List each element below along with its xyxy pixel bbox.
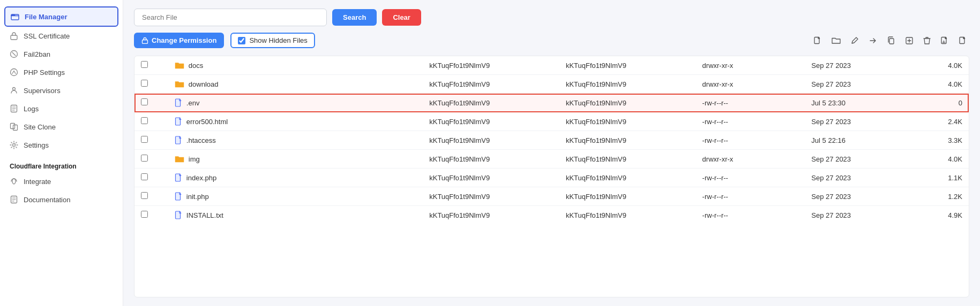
table-row[interactable]: init.php kKTuqFfo1t9NlmV9 kKTuqFfo1t9Nlm… [134, 187, 969, 206]
file-name[interactable]: .env [186, 99, 200, 107]
table-row[interactable]: index.php kKTuqFfo1t9NlmV9 kKTuqFfo1t9Nl… [134, 169, 969, 187]
change-permission-button[interactable]: Change Permission [134, 33, 224, 48]
sidebar-item-file-manager[interactable]: File Manager [4, 6, 118, 27]
file-permissions: drwxr-xr-x [696, 150, 805, 169]
row-checkbox-cell [134, 94, 168, 112]
file-name-cell: .htaccess [168, 131, 423, 150]
sidebar-item-php-label: PHP Settings [24, 68, 65, 76]
file-permissions: -rw-r--r-- [696, 187, 805, 206]
sidebar-item-settings[interactable]: Settings [0, 136, 123, 154]
sidebar-item-integrate[interactable]: Integrate [0, 172, 123, 190]
sidebar-item-supervisors[interactable]: Supervisors [0, 81, 123, 100]
cloudflare-section-label: Cloudflare Integration [0, 157, 123, 172]
file-name-cell: download [168, 75, 423, 94]
action-toolbar: Change Permission Show Hidden Files [134, 33, 969, 48]
sidebar-item-fail2ban-label: Fail2ban [24, 50, 50, 58]
file-date: Sep 27 2023 [805, 187, 914, 206]
svg-rect-1 [11, 35, 17, 40]
sidebar-item-ssl-label: SSL Certificate [24, 32, 70, 40]
move-button[interactable] [866, 34, 879, 47]
svg-rect-25 [960, 37, 964, 43]
delete-button[interactable] [921, 34, 933, 47]
row-checkbox-cell [134, 187, 168, 206]
clear-button[interactable]: Clear [382, 9, 421, 26]
sidebar-item-documentation[interactable]: Documentation [0, 190, 123, 209]
file-size: 1.2K [914, 187, 969, 206]
file-group: kKTuqFfo1t9NlmV9 [559, 131, 696, 150]
file-name[interactable]: index.php [186, 174, 216, 182]
file-owner: kKTuqFfo1t9NlmV9 [423, 169, 559, 187]
search-input[interactable] [134, 9, 327, 26]
copy-button[interactable] [885, 34, 897, 47]
file-name[interactable]: download [189, 80, 219, 88]
file-manager-icon [11, 12, 19, 21]
row-checkbox[interactable] [141, 61, 148, 68]
file-owner: kKTuqFfo1t9NlmV9 [423, 187, 559, 206]
file-date: Sep 27 2023 [805, 206, 914, 225]
file-icon [175, 136, 182, 144]
file-name[interactable]: init.php [186, 193, 209, 201]
file-date: Sep 27 2023 [805, 150, 914, 169]
file-name[interactable]: docs [189, 62, 203, 70]
table-row[interactable]: error500.html kKTuqFfo1t9NlmV9 kKTuqFfo1… [134, 112, 969, 131]
row-checkbox[interactable] [141, 80, 148, 87]
sidebar-item-site-clone[interactable]: Site Clone [0, 118, 123, 136]
row-checkbox[interactable] [141, 173, 148, 180]
sidebar-item-php-settings[interactable]: PHP Settings [0, 63, 123, 81]
row-checkbox-cell [134, 206, 168, 225]
file-size: 4.0K [914, 56, 969, 75]
row-checkbox-cell [134, 112, 168, 131]
table-row[interactable]: .htaccess kKTuqFfo1t9NlmV9 kKTuqFfo1t9Nl… [134, 131, 969, 150]
download-button[interactable] [956, 34, 969, 47]
show-hidden-checkbox[interactable] [238, 37, 245, 44]
file-date: Sep 27 2023 [805, 75, 914, 94]
file-group: kKTuqFfo1t9NlmV9 [559, 206, 696, 225]
row-checkbox-cell [134, 75, 168, 94]
search-toolbar: Search Clear [134, 9, 969, 26]
show-hidden-files-toggle[interactable]: Show Hidden Files [230, 33, 315, 48]
new-file-button[interactable] [811, 34, 824, 47]
table-row[interactable]: img kKTuqFfo1t9NlmV9 kKTuqFfo1t9NlmV9 dr… [134, 150, 969, 169]
sidebar: File Manager SSL Certificate Fail2ban PH… [0, 0, 123, 306]
sidebar-item-fail2ban[interactable]: Fail2ban [0, 45, 123, 63]
new-folder-button[interactable] [829, 34, 843, 47]
lock-icon [141, 37, 148, 44]
settings-icon [10, 141, 18, 149]
sidebar-item-logs[interactable]: Logs [0, 100, 123, 118]
row-checkbox[interactable] [141, 117, 148, 124]
edit-button[interactable] [848, 34, 861, 47]
sidebar-item-logs-label: Logs [24, 105, 39, 113]
svg-rect-20 [889, 39, 894, 44]
file-name[interactable]: INSTALL.txt [186, 211, 223, 219]
svg-rect-11 [13, 125, 18, 131]
folder-icon [175, 155, 184, 163]
file-name-cell: init.php [168, 187, 423, 206]
upload-button[interactable] [938, 34, 951, 47]
file-name[interactable]: .htaccess [186, 136, 216, 144]
file-size: 4.9K [914, 206, 969, 225]
row-checkbox-cell [134, 150, 168, 169]
table-row[interactable]: docs kKTuqFfo1t9NlmV9 kKTuqFfo1t9NlmV9 d… [134, 56, 969, 75]
file-group: kKTuqFfo1t9NlmV9 [559, 94, 696, 112]
file-permissions: -rw-r--r-- [696, 206, 805, 225]
row-checkbox[interactable] [141, 192, 148, 199]
table-row[interactable]: INSTALL.txt kKTuqFfo1t9NlmV9 kKTuqFfo1t9… [134, 206, 969, 225]
table-row[interactable]: download kKTuqFfo1t9NlmV9 kKTuqFfo1t9Nlm… [134, 75, 969, 94]
row-checkbox[interactable] [141, 98, 148, 105]
search-button[interactable]: Search [332, 9, 377, 26]
file-group: kKTuqFfo1t9NlmV9 [559, 169, 696, 187]
svg-rect-10 [11, 124, 15, 129]
compress-button[interactable] [903, 34, 916, 47]
file-name-cell: docs [168, 56, 423, 75]
file-name[interactable]: img [189, 155, 200, 163]
file-name[interactable]: error500.html [186, 118, 228, 126]
row-checkbox[interactable] [141, 211, 148, 218]
row-checkbox[interactable] [141, 155, 148, 162]
file-size: 1.1K [914, 169, 969, 187]
sidebar-item-ssl-certificate[interactable]: SSL Certificate [0, 27, 123, 45]
file-size: 4.0K [914, 150, 969, 169]
documentation-icon [10, 195, 18, 204]
table-row[interactable]: .env kKTuqFfo1t9NlmV9 kKTuqFfo1t9NlmV9 -… [134, 94, 969, 112]
file-group: kKTuqFfo1t9NlmV9 [559, 75, 696, 94]
row-checkbox[interactable] [141, 136, 148, 143]
